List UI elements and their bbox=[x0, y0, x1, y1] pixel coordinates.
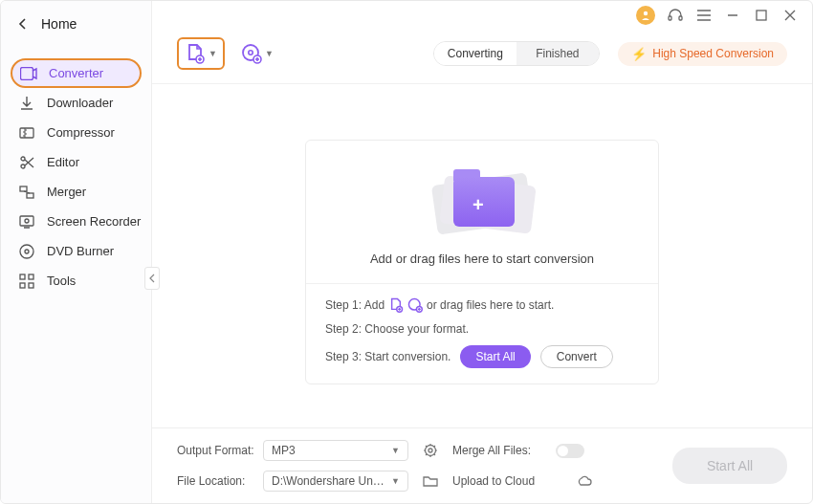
step-3: Step 3: Start conversion. Start All Conv… bbox=[325, 345, 639, 368]
folder-illustration: + bbox=[425, 162, 539, 238]
svg-point-14 bbox=[644, 11, 648, 15]
svg-rect-16 bbox=[679, 16, 682, 20]
main: ▼ ▼ Converting Finished ⚡ High Speed Con… bbox=[152, 1, 812, 503]
disc-icon bbox=[18, 243, 35, 260]
svg-point-20 bbox=[249, 51, 253, 55]
svg-rect-4 bbox=[20, 186, 27, 191]
start-all-button-inline[interactable]: Start All bbox=[460, 345, 530, 368]
toolbar: ▼ ▼ Converting Finished ⚡ High Speed Con… bbox=[152, 30, 812, 84]
bottom-bar: Output Format: MP3 ▼ Merge All Files: St… bbox=[152, 427, 812, 503]
svg-rect-15 bbox=[669, 16, 671, 20]
avatar[interactable] bbox=[636, 6, 655, 25]
sidebar-item-recorder[interactable]: Screen Recorder bbox=[1, 207, 151, 236]
status-tabs: Converting Finished bbox=[433, 41, 600, 66]
cloud-icon[interactable] bbox=[556, 474, 613, 488]
step-2: Step 2: Choose your format. bbox=[325, 322, 639, 336]
sidebar-item-converter[interactable]: Converter bbox=[11, 58, 142, 88]
svg-rect-0 bbox=[21, 67, 33, 79]
back-icon[interactable] bbox=[18, 18, 28, 30]
chevron-down-icon: ▼ bbox=[209, 49, 217, 58]
output-format-label: Output Format: bbox=[177, 444, 255, 457]
tab-finished[interactable]: Finished bbox=[516, 42, 599, 65]
download-icon bbox=[18, 95, 35, 112]
minimize-icon[interactable] bbox=[724, 7, 741, 24]
add-disc-icon bbox=[241, 43, 262, 64]
svg-point-3 bbox=[21, 164, 25, 168]
bolt-icon: ⚡ bbox=[631, 47, 647, 61]
file-location-label: File Location: bbox=[177, 474, 255, 488]
sidebar-item-label: Downloader bbox=[47, 96, 113, 110]
compress-icon bbox=[18, 124, 35, 142]
output-format-select[interactable]: MP3 ▼ bbox=[263, 440, 408, 461]
headset-icon[interactable] bbox=[667, 7, 684, 24]
add-file-button[interactable]: ▼ bbox=[177, 37, 225, 70]
svg-rect-6 bbox=[20, 216, 33, 226]
sidebar-item-compressor[interactable]: Compressor bbox=[1, 118, 151, 147]
sidebar-item-label: Merger bbox=[47, 185, 86, 199]
svg-point-8 bbox=[20, 245, 33, 258]
scissors-icon bbox=[18, 154, 35, 171]
add-file-icon bbox=[388, 297, 404, 313]
svg-rect-12 bbox=[20, 283, 25, 288]
drop-zone-card: + Add or drag files here to start conver… bbox=[305, 140, 659, 384]
start-all-button[interactable]: Start All bbox=[672, 448, 787, 484]
menu-icon[interactable] bbox=[695, 7, 713, 24]
svg-point-2 bbox=[21, 157, 25, 161]
sidebar-item-dvd[interactable]: DVD Burner bbox=[1, 236, 151, 266]
sidebar-item-tools[interactable]: Tools bbox=[1, 266, 151, 296]
high-speed-badge[interactable]: ⚡ High Speed Conversion bbox=[618, 42, 787, 66]
merge-icon bbox=[18, 184, 35, 201]
merge-files-label: Merge All Files: bbox=[452, 444, 548, 457]
grid-icon bbox=[18, 273, 35, 290]
video-icon bbox=[20, 65, 37, 82]
svg-rect-11 bbox=[29, 274, 33, 279]
chevron-down-icon: ▼ bbox=[391, 476, 400, 486]
tab-converting[interactable]: Converting bbox=[434, 42, 516, 65]
settings-gear-icon[interactable] bbox=[416, 443, 445, 458]
svg-rect-13 bbox=[29, 283, 33, 288]
record-icon bbox=[18, 213, 35, 230]
steps-panel: Step 1: Add or drag files here to start.… bbox=[306, 284, 658, 383]
high-speed-label: High Speed Conversion bbox=[652, 47, 774, 60]
titlebar bbox=[152, 1, 812, 30]
sidebar-item-label: DVD Burner bbox=[47, 244, 114, 258]
open-folder-icon[interactable] bbox=[416, 474, 445, 488]
sidebar-item-label: Editor bbox=[47, 155, 79, 169]
home-row[interactable]: Home bbox=[1, 1, 151, 47]
sidebar-item-merger[interactable]: Merger bbox=[1, 177, 151, 207]
sidebar-item-label: Tools bbox=[47, 274, 76, 288]
merge-files-toggle[interactable] bbox=[556, 444, 584, 458]
sidebar: Home Converter Downloader Compressor Edi… bbox=[1, 1, 152, 503]
step-1: Step 1: Add or drag files here to start. bbox=[325, 297, 639, 313]
add-file-icon bbox=[185, 43, 206, 64]
svg-point-7 bbox=[25, 219, 29, 223]
add-disc-button[interactable]: ▼ bbox=[234, 37, 280, 70]
content-area: + Add or drag files here to start conver… bbox=[152, 84, 812, 427]
sidebar-item-editor[interactable]: Editor bbox=[1, 147, 151, 177]
sidebar-item-label: Compressor bbox=[47, 125, 115, 140]
file-location-select[interactable]: D:\Wondershare UniConverter 1 ▼ bbox=[263, 471, 408, 492]
convert-button-inline[interactable]: Convert bbox=[540, 345, 613, 368]
maximize-icon[interactable] bbox=[753, 7, 770, 24]
chevron-down-icon: ▼ bbox=[391, 446, 400, 455]
sidebar-item-label: Screen Recorder bbox=[47, 214, 141, 229]
svg-rect-17 bbox=[757, 11, 766, 20]
upload-cloud-label: Upload to Cloud bbox=[452, 474, 548, 488]
drop-zone[interactable]: + Add or drag files here to start conver… bbox=[306, 141, 658, 284]
drop-headline: Add or drag files here to start conversi… bbox=[370, 252, 594, 266]
collapse-sidebar-handle[interactable] bbox=[144, 267, 160, 290]
chevron-down-icon: ▼ bbox=[265, 49, 274, 58]
home-label: Home bbox=[41, 16, 77, 32]
plus-icon: + bbox=[472, 194, 484, 216]
sidebar-item-label: Converter bbox=[49, 66, 103, 80]
add-disc-icon bbox=[407, 297, 423, 313]
svg-rect-5 bbox=[27, 193, 33, 198]
close-icon[interactable] bbox=[781, 7, 799, 24]
svg-point-26 bbox=[428, 449, 432, 452]
svg-point-9 bbox=[25, 250, 29, 253]
sidebar-item-downloader[interactable]: Downloader bbox=[1, 88, 151, 118]
svg-rect-10 bbox=[20, 274, 25, 279]
